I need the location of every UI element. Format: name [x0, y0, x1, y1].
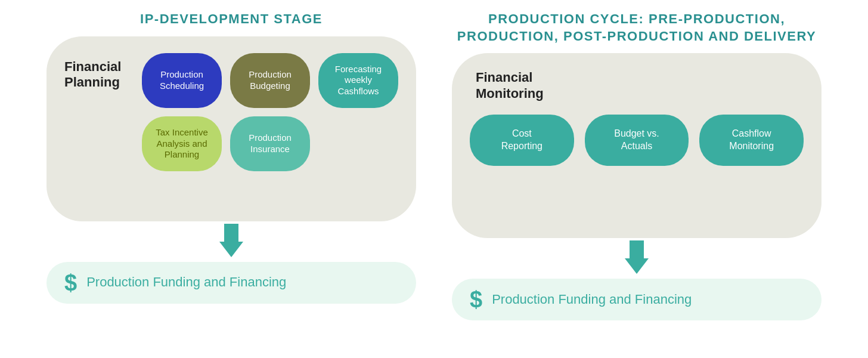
bubble-cost-reporting: Cost Reporting — [470, 115, 574, 166]
right-arrow-shaft — [630, 240, 644, 258]
left-funding-box: $ Production Funding and Financing — [46, 262, 416, 304]
left-arrow — [219, 224, 243, 257]
bubble-forecasting: Forecasting weekly Cashflows — [318, 53, 398, 108]
right-dollar-icon: $ — [470, 288, 482, 311]
left-funding-text: Production Funding and Financing — [86, 274, 286, 290]
right-card-inner: Financial Monitoring Cost Reporting Budg… — [470, 70, 804, 165]
main-container: IP-DEVELOPMENT STAGE Financial Planning … — [0, 0, 868, 320]
financial-monitoring-label: Financial Monitoring — [476, 70, 544, 101]
right-title: PRODUCTION CYCLE: PRE-PRODUCTION, PRODUC… — [457, 11, 816, 45]
left-title: IP-DEVELOPMENT STAGE — [140, 11, 323, 28]
left-arrow-shaft — [224, 224, 238, 242]
bubble-budget-vs-actuals: Budget vs. Actuals — [585, 115, 689, 166]
right-column: PRODUCTION CYCLE: PRE-PRODUCTION, PRODUC… — [452, 11, 822, 320]
bubble-production-budgeting: Production Budgeting — [230, 53, 310, 108]
bubble-tax-incentive: Tax Incentive Analysis and Planning — [142, 116, 222, 171]
left-arrow-head — [219, 242, 243, 257]
left-card: Financial Planning Production Scheduling… — [46, 36, 416, 221]
left-column: IP-DEVELOPMENT STAGE Financial Planning … — [46, 11, 416, 304]
bubble-production-insurance: Production Insurance — [230, 116, 310, 171]
right-funding-box: $ Production Funding and Financing — [452, 279, 822, 320]
right-card: Financial Monitoring Cost Reporting Budg… — [452, 53, 822, 238]
right-arrow-head — [625, 258, 649, 274]
right-funding-text: Production Funding and Financing — [492, 292, 692, 307]
right-bubbles-row: Cost Reporting Budget vs. Actuals Cashfl… — [470, 115, 804, 166]
bubble-production-scheduling: Production Scheduling — [142, 53, 222, 108]
left-dollar-icon: $ — [64, 271, 77, 294]
financial-planning-label: Financial Planning — [64, 59, 136, 91]
left-bubbles-grid: Production Scheduling Production Budgeti… — [142, 53, 398, 172]
left-card-inner: Financial Planning Production Scheduling… — [64, 53, 398, 172]
bubble-cashflow-monitoring: Cashflow Monitoring — [699, 115, 804, 166]
right-arrow — [625, 240, 649, 274]
